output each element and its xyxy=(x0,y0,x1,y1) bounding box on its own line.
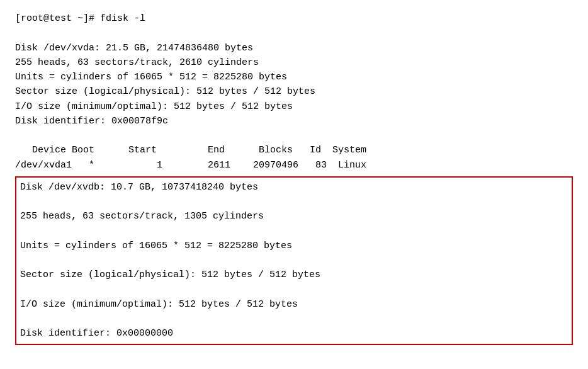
disk1-units: Units = cylinders of 16065 * 512 = 82252… xyxy=(15,70,573,84)
disk2-heads: 255 heads, 63 sectors/track, 1305 cylind… xyxy=(20,209,568,224)
disk1-io-size: I/O size (minimum/optimal): 512 bytes / … xyxy=(15,99,573,114)
disk2-sector-size: Sector size (logical/physical): 512 byte… xyxy=(20,268,568,282)
disk2-highlighted-block: Disk /dev/xvdb: 10.7 GB, 10737418240 byt… xyxy=(15,176,573,345)
disk1-sector-size: Sector size (logical/physical): 512 byte… xyxy=(15,84,573,99)
disk2-header: Disk /dev/xvdb: 10.7 GB, 10737418240 byt… xyxy=(20,180,568,195)
partition-header: Device Boot Start End Blocks Id System xyxy=(15,143,573,157)
partition-row1: /dev/xvda1 * 1 2611 20970496 83 Linux xyxy=(15,158,573,173)
empty-line-1 xyxy=(15,26,573,40)
disk2-identifier: Disk identifier: 0x00000000 xyxy=(20,326,568,341)
disk2-units: Units = cylinders of 16065 * 512 = 82252… xyxy=(20,239,568,253)
disk1-identifier: Disk identifier: 0x00078f9c xyxy=(15,114,573,128)
empty-line-2 xyxy=(15,128,573,143)
disk1-header: Disk /dev/xvda: 21.5 GB, 21474836480 byt… xyxy=(15,41,573,55)
terminal-output: [root@test ~]# fdisk -l Disk /dev/xvda: … xyxy=(15,11,573,345)
disk1-heads: 255 heads, 63 sectors/track, 2610 cylind… xyxy=(15,55,573,70)
prompt-line: [root@test ~]# fdisk -l xyxy=(15,11,573,26)
disk2-io-size: I/O size (minimum/optimal): 512 bytes / … xyxy=(20,297,568,312)
